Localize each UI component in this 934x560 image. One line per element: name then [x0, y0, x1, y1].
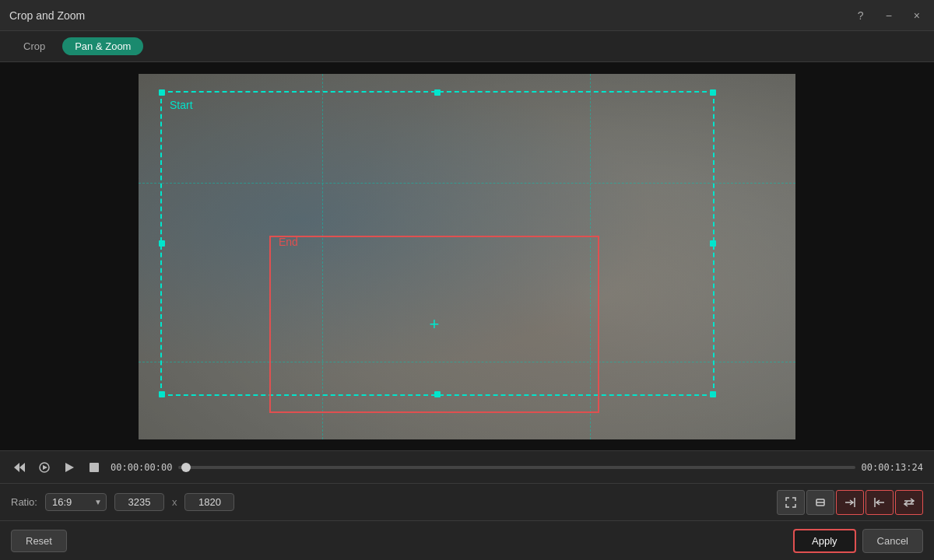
video-area[interactable]: Start End	[0, 62, 934, 450]
icon-buttons	[777, 490, 923, 515]
timeline-container: 00:00:00:00 00:00:13:24	[111, 462, 923, 473]
stop-button[interactable]	[86, 460, 103, 474]
cancel-button[interactable]: Cancel	[862, 529, 923, 553]
main-area: Start End	[0, 62, 934, 560]
title-bar-left: Crop and Zoom	[9, 9, 85, 22]
svg-marker-3	[43, 465, 47, 470]
playback-bar: 00:00:00:00 00:00:13:24	[0, 451, 934, 484]
close-button[interactable]: ×	[909, 6, 925, 25]
step-forward-button[interactable]	[36, 460, 53, 474]
svg-marker-0	[14, 463, 19, 472]
play-button[interactable]	[61, 460, 78, 474]
align-right-icon-button[interactable]	[836, 490, 864, 515]
time-current: 00:00:00:00	[111, 462, 172, 473]
timeline-scrubber[interactable]	[181, 463, 191, 472]
help-button[interactable]: ?	[853, 6, 869, 25]
tab-bar: Crop Pan & Zoom	[0, 31, 934, 62]
ratio-wrapper: 16:9 4:3 1:1 9:16 Custom ▼	[45, 493, 107, 511]
timeline[interactable]	[178, 466, 855, 469]
title-bar-right: ? − ×	[853, 6, 925, 25]
minimize-button[interactable]: −	[881, 6, 897, 25]
ratio-label: Ratio:	[11, 496, 37, 508]
reset-button[interactable]: Reset	[11, 530, 67, 552]
svg-marker-1	[19, 463, 25, 472]
dimension-separator: x	[172, 496, 177, 508]
svg-rect-5	[90, 463, 99, 472]
fullscreen-icon-button[interactable]	[806, 490, 834, 515]
action-bar: Reset Apply Cancel	[0, 521, 934, 560]
action-right: Apply Cancel	[793, 529, 923, 553]
skip-back-button[interactable]	[11, 460, 28, 474]
svg-marker-4	[65, 463, 74, 472]
options-bar: Ratio: 16:9 4:3 1:1 9:16 Custom ▼ x	[0, 484, 934, 521]
ratio-select[interactable]: 16:9 4:3 1:1 9:16 Custom	[45, 493, 107, 511]
time-total: 00:00:13:24	[862, 462, 923, 473]
window-title: Crop and Zoom	[9, 9, 85, 22]
title-bar: Crop and Zoom ? − ×	[0, 0, 934, 31]
align-left-icon-button[interactable]	[866, 490, 894, 515]
video-canvas[interactable]: Start End	[139, 74, 795, 439]
tab-pan-zoom[interactable]: Pan & Zoom	[62, 37, 143, 55]
height-input[interactable]	[184, 493, 234, 511]
apply-button[interactable]: Apply	[793, 529, 856, 553]
bottom-controls: 00:00:00:00 00:00:13:24 Ratio: 16:9 4:3 …	[0, 450, 934, 560]
fit-icon-button[interactable]	[777, 490, 805, 515]
width-input[interactable]	[114, 493, 164, 511]
swap-icon-button[interactable]	[895, 490, 923, 515]
tab-crop[interactable]: Crop	[11, 37, 58, 55]
lab-overlay	[139, 74, 795, 439]
